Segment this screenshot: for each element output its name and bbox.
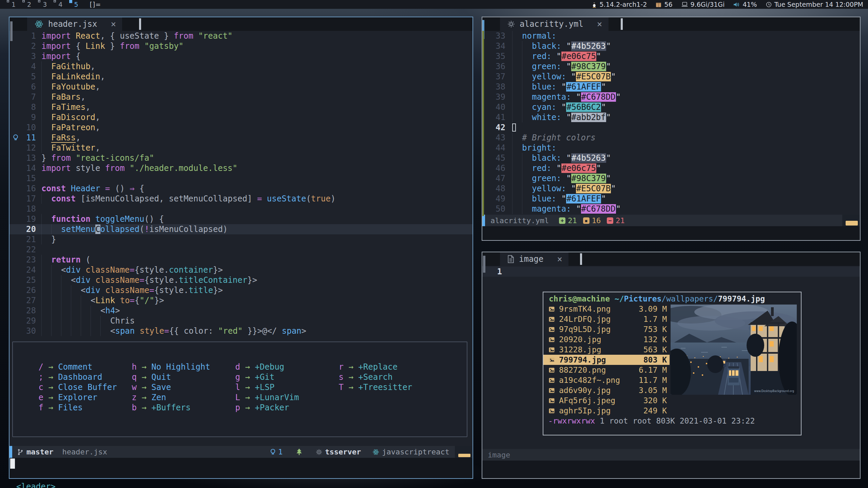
code-line-17[interactable]: 17const [isMenuCollapsed, setMenuCollaps…	[9, 194, 472, 204]
tab-alacritty-yml[interactable]: alacritty.yml ×	[500, 17, 609, 31]
code-line-23[interactable]: 23return (	[9, 255, 472, 265]
code-line-33[interactable]: 33normal:	[482, 31, 860, 41]
whichkey-entry-c[interactable]: c → Close Buffer	[38, 382, 117, 392]
code-line-13[interactable]: 13} from "react-icons/fa"	[9, 153, 472, 163]
file-row[interactable]: ad6v90y.jpg3.05 M	[543, 385, 670, 395]
whichkey-entry-d[interactable]: d → +Debug	[235, 362, 299, 372]
whichkey-entry-;[interactable]: ; → Dashboard	[38, 372, 117, 382]
workspace-3[interactable]: 3	[38, 1, 47, 8]
whichkey-entry-l[interactable]: l → +LSP	[235, 382, 299, 392]
image-file-icon	[549, 317, 559, 322]
code-action-lightbulb-icon[interactable]	[12, 134, 19, 141]
code-line-10[interactable]: 10FaPatreon,	[9, 122, 472, 133]
code-line-4[interactable]: 4FaGithub,	[9, 61, 472, 72]
code-line-47[interactable]: 47green: "#98C379"	[482, 173, 860, 183]
code-line-48[interactable]: 48yellow: "#E5C07B"	[482, 183, 860, 194]
token: {	[135, 184, 144, 193]
code-line-24[interactable]: 24<div className={style.container}>	[9, 265, 472, 275]
close-icon[interactable]: ×	[111, 19, 116, 29]
whichkey-entry-z[interactable]: z → Zen	[131, 392, 210, 403]
tab-image[interactable]: image ×	[500, 252, 568, 266]
code-line-11[interactable]: 11FaRss,	[9, 133, 472, 143]
code-line-35[interactable]: 35red: "#e06c75"	[482, 51, 860, 61]
code-line-28[interactable]: 28<h4>	[9, 306, 472, 316]
file-row[interactable]: 97q9L5D.jpg753 K	[543, 324, 670, 334]
scroll-indicator[interactable]	[10, 21, 13, 41]
line-number: 27	[9, 295, 41, 306]
whichkey-entry-T[interactable]: T → +Treesitter	[338, 382, 412, 392]
code-line-5[interactable]: 5FaLinkedin,	[9, 72, 472, 82]
code-line-43[interactable]: 43# Bright colors	[482, 133, 860, 143]
code-line-49[interactable]: 49blue: "#61AFEF"	[482, 194, 860, 204]
code-line-20[interactable]: 20setMenuCollapsed(!isMenuCollapsed)	[9, 224, 472, 234]
whichkey-entry-q[interactable]: q → Quit	[131, 372, 210, 382]
workspace-2[interactable]: 2	[22, 1, 31, 8]
close-icon[interactable]: ×	[597, 19, 602, 29]
code-line-27[interactable]: 27<Link to={"/"}>	[9, 295, 472, 306]
scroll-indicator[interactable]	[483, 256, 485, 273]
code-line-16[interactable]: 16const Header = () ⇒ {	[9, 183, 472, 194]
file-row[interactable]: 24LrDFQ.jpg1.7 M	[543, 314, 670, 324]
line-number: 37	[482, 72, 512, 82]
workspace-5[interactable]: 5	[69, 1, 78, 8]
whichkey-entry-b[interactable]: b → +Buffers	[131, 403, 210, 413]
code-line-3[interactable]: 3import {	[9, 51, 472, 61]
code-line-6[interactable]: 6FaYoutube,	[9, 82, 472, 92]
code-area[interactable]: 1import React, { useState } from "react"…	[9, 31, 472, 336]
code-line-42[interactable]: 42	[482, 122, 860, 133]
file-row[interactable]: a19c482f~.png11.7 M	[543, 375, 670, 385]
whichkey-entry-/[interactable]: / → Comment	[38, 362, 117, 372]
file-row[interactable]: 882720.png6.17 M	[543, 365, 670, 375]
code-line-21[interactable]: 21}	[9, 234, 472, 245]
code-line-30[interactable]: 30<span style={{ color: "red" }}>@</ spa…	[9, 326, 472, 336]
code-area[interactable]: 33normal:34black: "#4b5263"35red: "#e06c…	[482, 31, 860, 214]
file-row[interactable]: 31228.jpg563 K	[543, 345, 670, 355]
file-row[interactable]: AFq5r6j.jpeg320 K	[543, 395, 670, 406]
workspace-1[interactable]: 1	[7, 1, 16, 8]
code-line-36[interactable]: 36green: "#98C379"	[482, 61, 860, 72]
close-icon[interactable]: ×	[557, 254, 562, 264]
code-line-1[interactable]: 1import React, { useState } from "react"	[9, 31, 472, 41]
whichkey-entry-L[interactable]: L → +LunarVim	[235, 392, 299, 403]
file-row-selected[interactable]: 799794.jpg803 K	[543, 355, 670, 365]
code-line-8[interactable]: 8FaTimes,	[9, 102, 472, 112]
code-line-12[interactable]: 12FaTwitter,	[9, 143, 472, 153]
code-line-9[interactable]: 9FaDiscord,	[9, 112, 472, 122]
code-line-37[interactable]: 37yellow: "#E5C07B"	[482, 72, 860, 82]
code-line-29[interactable]: 29Chris	[9, 316, 472, 326]
code-line-46[interactable]: 46red: "#e06c75"	[482, 163, 860, 173]
whichkey-entry-r[interactable]: r → +Replace	[338, 362, 412, 372]
code-line-2[interactable]: 2import { Link } from "gatsby"	[9, 41, 472, 51]
code-line-18[interactable]: 18	[9, 204, 472, 214]
code-line-14[interactable]: 14import style from "./header.module.les…	[9, 163, 472, 173]
code-line-38[interactable]: 38blue: "#61AFEF"	[482, 82, 860, 92]
code-line-39[interactable]: 39magenta: "#C678DD"	[482, 92, 860, 102]
tab-header-jsx[interactable]: header.jsx ×	[27, 17, 122, 31]
whichkey-entry-h[interactable]: h → No Highlight	[131, 362, 210, 372]
code-line-19[interactable]: 19function toggleMenu() {	[9, 214, 472, 224]
whichkey-entry-s[interactable]: s → +Search	[338, 372, 412, 382]
code-line-25[interactable]: 25<div className={style.titleContainer}>	[9, 275, 472, 285]
code-line-7[interactable]: 7FaBars,	[9, 92, 472, 102]
code-line-41[interactable]: 41white: "#abb2bf"	[482, 112, 860, 122]
token	[135, 326, 139, 336]
whichkey-entry-e[interactable]: e → Explorer	[38, 392, 117, 403]
file-row[interactable]: 20920.jpg132 K	[543, 334, 670, 345]
code-line-40[interactable]: 40cyan: "#56B6C2"	[482, 102, 860, 112]
code-line-50[interactable]: 50magenta: "#C678DD"	[482, 204, 860, 214]
whichkey-entry-p[interactable]: p → +Packer	[235, 403, 299, 413]
code-line-44[interactable]: 44bright:	[482, 143, 860, 153]
buffer-line-1[interactable]: 1	[482, 267, 860, 277]
file-row[interactable]: 9rsmTK4.png3.09 M	[543, 304, 670, 314]
whichkey-entry-f[interactable]: f → Files	[38, 403, 117, 413]
code-line-45[interactable]: 45black: "#4b5263"	[482, 153, 860, 163]
code-line-34[interactable]: 34black: "#4b5263"	[482, 41, 860, 51]
code-line-26[interactable]: 26<div className={style.title}>	[9, 285, 472, 295]
workspace-4[interactable]: 4	[54, 1, 62, 8]
whichkey-entry-w[interactable]: w → Save	[131, 382, 210, 392]
whichkey-entry-g[interactable]: g → +Git	[235, 372, 299, 382]
code-line-22[interactable]: 22	[9, 245, 472, 255]
code-text: } from "react-icons/fa"	[41, 153, 472, 163]
file-row[interactable]: aghr5Ip.jpg249 K	[543, 406, 670, 416]
code-line-15[interactable]: 15	[9, 173, 472, 183]
